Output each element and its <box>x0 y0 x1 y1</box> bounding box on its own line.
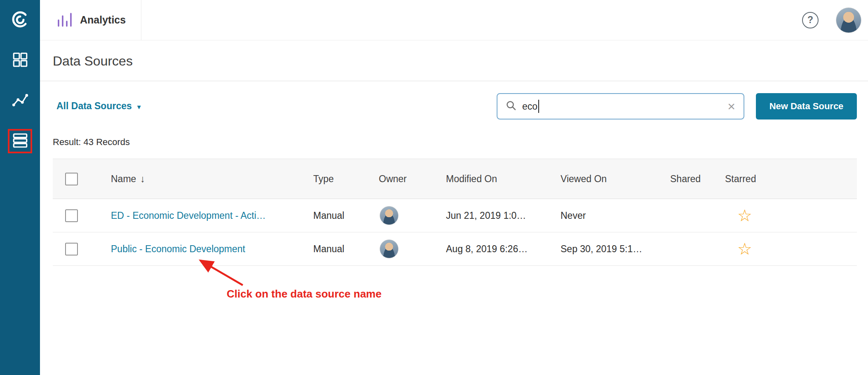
title-divider <box>40 81 868 81</box>
user-avatar[interactable] <box>836 7 861 33</box>
row-checkbox[interactable] <box>65 209 78 222</box>
data-sources-filter-dropdown[interactable]: All Data Sources ▼ <box>56 101 142 112</box>
question-mark-icon: ? <box>807 14 813 26</box>
column-header-name[interactable]: Name <box>111 173 136 185</box>
sidebar <box>0 0 40 375</box>
row-checkbox[interactable] <box>65 243 78 255</box>
column-header-owner[interactable]: Owner <box>379 173 407 184</box>
type-value: Manual <box>313 244 344 254</box>
data-sources-table: Name ↓ Type Owner Modified On Viewed On … <box>53 159 857 266</box>
star-icon[interactable]: ☆ <box>725 207 752 224</box>
data-sources-stack-icon <box>12 132 29 151</box>
modified-on-value: Aug 8, 2019 6:26… <box>446 244 528 254</box>
modified-on-value: Jun 21, 2019 1:0… <box>446 210 526 221</box>
search-icon <box>506 100 516 112</box>
sort-desc-icon[interactable]: ↓ <box>140 173 145 185</box>
header-divider <box>141 0 141 40</box>
column-header-shared[interactable]: Shared <box>670 173 701 184</box>
data-source-link[interactable]: Public - Economic Development <box>111 244 245 255</box>
viewed-on-value: Sep 30, 2019 5:1… <box>561 244 642 254</box>
help-button[interactable]: ? <box>802 12 819 28</box>
sidebar-item-visualizations[interactable] <box>0 81 40 121</box>
top-header: Analytics ? <box>40 0 868 40</box>
analytics-chart-icon <box>55 10 73 30</box>
page-title: Data Sources <box>53 54 133 69</box>
brand: Analytics <box>40 10 126 30</box>
caret-down-icon: ▼ <box>136 102 142 110</box>
table-row: Public - Economic Development Manual Aug… <box>53 232 857 266</box>
column-header-viewed-on[interactable]: Viewed On <box>561 173 607 184</box>
column-header-type[interactable]: Type <box>313 173 334 184</box>
sidebar-item-dashboards[interactable] <box>0 40 40 81</box>
line-chart-icon <box>12 91 29 110</box>
select-all-checkbox[interactable] <box>65 173 78 185</box>
search-input[interactable]: eco × <box>497 93 744 120</box>
data-source-link[interactable]: ED - Economic Development - Acti… <box>111 210 266 221</box>
owner-avatar[interactable] <box>380 206 399 225</box>
search-value: eco <box>522 101 537 112</box>
dashboard-grid-icon <box>12 51 29 70</box>
header-actions: ? <box>802 7 868 33</box>
column-header-starred[interactable]: Starred <box>725 173 756 184</box>
column-header-modified-on[interactable]: Modified On <box>446 173 497 184</box>
viewed-on-value: Never <box>561 210 586 221</box>
table-header-row: Name ↓ Type Owner Modified On Viewed On … <box>53 159 857 199</box>
brand-swirl-icon <box>11 10 30 30</box>
new-data-source-button[interactable]: New Data Source <box>756 93 857 120</box>
star-icon[interactable]: ☆ <box>725 241 752 257</box>
owner-avatar[interactable] <box>380 239 399 258</box>
app-logo[interactable] <box>0 0 40 40</box>
sidebar-item-data-sources[interactable] <box>0 121 40 162</box>
app-title: Analytics <box>80 14 126 26</box>
result-summary: Result: 43 Records <box>53 137 130 148</box>
table-row: ED - Economic Development - Acti… Manual… <box>53 199 857 232</box>
filter-label: All Data Sources <box>56 101 132 112</box>
clear-search-icon[interactable]: × <box>727 100 735 113</box>
annotation-text: Click on the data source name <box>227 288 382 300</box>
type-value: Manual <box>313 210 344 221</box>
text-cursor <box>538 100 539 113</box>
